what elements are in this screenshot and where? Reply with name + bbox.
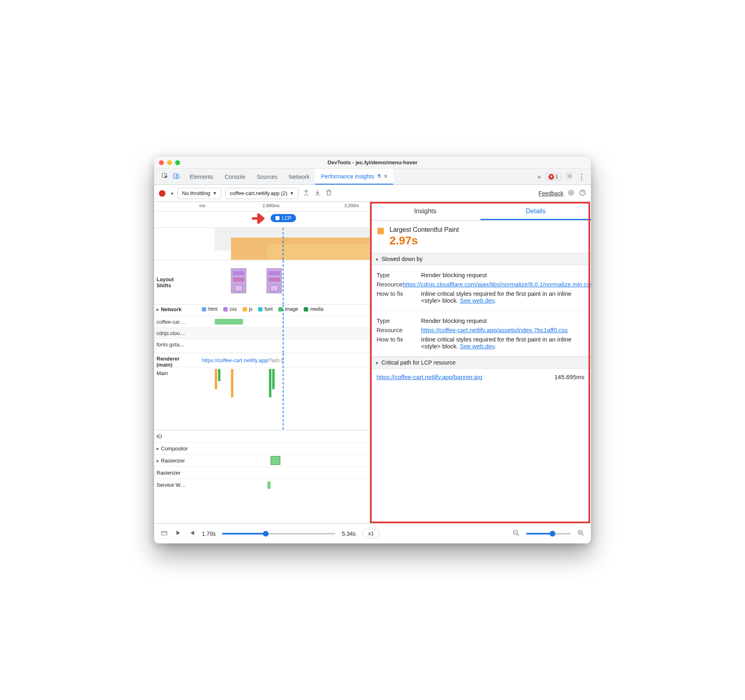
accordion-slowed-down[interactable]: Slowed down by [370, 253, 591, 265]
thread-row-main[interactable]: Main [154, 367, 370, 379]
upload-icon[interactable] [303, 189, 310, 197]
thread-row-compositor[interactable]: Compositor [154, 442, 370, 454]
lcp-pill[interactable]: LCP [271, 214, 296, 222]
network-legend: html css js font image media [202, 306, 324, 312]
layout-shift-thumb[interactable] [231, 268, 246, 293]
toggle-visibility-icon[interactable] [161, 529, 168, 538]
inspect-icon[interactable] [161, 172, 169, 181]
ruler-tick: 2,880ms [262, 203, 279, 208]
download-icon[interactable] [314, 189, 321, 197]
delete-icon[interactable] [325, 189, 332, 197]
recording-select[interactable]: coffee-cart.netlify.app (2)▼ [225, 188, 298, 199]
main-split: ms 2,880ms 3,200m LCP Layout Shifts [154, 202, 591, 523]
legend-media-swatch [304, 307, 308, 312]
panel-tab-strip: Elements Console Sources Network Perform… [154, 169, 591, 185]
tab-network[interactable]: Network [283, 169, 315, 185]
section-label-network: ▸ Network [157, 306, 197, 312]
skip-back-icon[interactable] [188, 529, 195, 538]
renderer-url[interactable]: https://coffee-cart.netlify.app/?ad=1 [202, 357, 284, 363]
time-start: 1.70s [202, 530, 216, 537]
titlebar: DevTools - jec.fyi/demo/menu-hover [154, 157, 591, 169]
tab-elements[interactable]: Elements [184, 169, 219, 185]
device-toggle-icon[interactable] [173, 172, 180, 181]
threads-list: IO Compositor Rasterizer Rasterizer Serv… [154, 430, 370, 491]
stop-icon [275, 216, 279, 220]
resource-link[interactable]: https://cdnjs.cloudflare.com/ajax/libs/n… [402, 281, 591, 288]
play-icon[interactable] [174, 529, 182, 538]
tab-console[interactable]: Console [219, 169, 251, 185]
lcp-marker-row: LCP [154, 212, 370, 228]
arrow-annotation-icon [251, 212, 267, 225]
layout-shift-thumb[interactable] [267, 268, 282, 293]
ruler-tick: ms [199, 203, 205, 208]
details-panel: Insights Details Largest Contentful Pain… [370, 202, 591, 523]
devtools-window: DevTools - jec.fyi/demo/menu-hover Eleme… [154, 157, 591, 543]
thread-row-rasterizer[interactable]: Rasterizer [154, 454, 370, 467]
legend-font-swatch [258, 307, 262, 312]
lcp-time: 2.97s [389, 234, 459, 247]
flame-chart[interactable] [154, 228, 370, 260]
ruler-tick: 3,200m [344, 203, 359, 208]
svg-rect-7 [161, 531, 167, 535]
lcp-color-swatch [377, 228, 384, 234]
panel-settings-icon[interactable] [567, 189, 575, 197]
accordion-critical-path[interactable]: Critical path for LCP resource [370, 356, 591, 369]
critical-path-row: https://coffee-cart.netlify.app/banner.j… [370, 369, 591, 385]
window-title: DevTools - jec.fyi/demo/menu-hover [154, 159, 591, 165]
layout-shifts-section: Layout Shifts [154, 260, 370, 305]
svg-rect-2 [176, 175, 179, 178]
resource-link[interactable]: https://coffee-cart.netlify.app/assets/i… [421, 327, 568, 333]
lcp-header: Largest Contentful Paint 2.97s [370, 221, 591, 253]
see-webdev-link[interactable]: See web.dev [460, 343, 495, 350]
zoom-in-icon[interactable] [577, 529, 584, 538]
tab-details[interactable]: Details [480, 202, 591, 220]
legend-html-swatch [202, 307, 206, 312]
svg-rect-1 [174, 174, 177, 178]
close-tab-icon[interactable]: × [384, 173, 387, 180]
blocking-request-1: TypeRender blocking request Resourcehttp… [370, 265, 591, 311]
renderer-section: Renderer (main) https://coffee-cart.netl… [154, 353, 370, 430]
help-icon[interactable] [579, 189, 586, 197]
zoom-slider[interactable] [526, 533, 571, 535]
time-ruler: ms 2,880ms 3,200m [154, 202, 370, 212]
feedback-link[interactable]: Feedback [539, 190, 563, 197]
more-tabs-icon[interactable] [537, 173, 541, 180]
flask-icon: ⚗ [377, 173, 381, 179]
network-row[interactable]: cdnjs.clou… [154, 327, 370, 339]
thread-row-service-worker[interactable]: Service W… [154, 479, 370, 491]
lcp-resource-time: 145.695ms [555, 373, 584, 380]
tab-performance-insights[interactable]: Performance insights ⚗ × [315, 169, 393, 185]
tab-insights[interactable]: Insights [370, 202, 480, 220]
settings-gear-icon[interactable] [566, 172, 573, 181]
replay-controls: 1.70s 5.34s x1 [154, 523, 591, 543]
throttling-select[interactable]: No throttling▼ [178, 188, 221, 199]
lcp-title: Largest Contentful Paint [389, 226, 459, 233]
network-row[interactable]: fonts.gsta… [154, 339, 370, 350]
svg-point-5 [570, 192, 572, 194]
details-tabs: Insights Details [370, 202, 591, 221]
svg-point-4 [569, 190, 574, 195]
timeline-panel[interactable]: ms 2,880ms 3,200m LCP Layout Shifts [154, 202, 370, 523]
legend-js-swatch [243, 307, 247, 312]
svg-point-3 [569, 175, 571, 177]
insights-toolbar: No throttling▼ coffee-cart.netlify.app (… [154, 185, 591, 202]
time-slider[interactable] [222, 533, 335, 535]
thread-row-io[interactable]: IO [154, 430, 370, 442]
lcp-resource-link[interactable]: https://coffee-cart.netlify.app/banner.j… [377, 373, 482, 380]
speed-pill[interactable]: x1 [362, 529, 380, 538]
time-end: 5.34s [342, 530, 356, 537]
error-count-badge[interactable]: ✕1 [546, 173, 561, 180]
zoom-out-icon[interactable] [512, 529, 520, 538]
section-label-renderer: Renderer (main) [157, 356, 197, 368]
section-label-layout-shifts: Layout Shifts [157, 276, 197, 288]
thread-row-rasterizer-2[interactable]: Rasterizer [154, 467, 370, 479]
record-menu-caret[interactable] [169, 190, 174, 196]
tab-sources[interactable]: Sources [251, 169, 283, 185]
network-row[interactable]: coffee-car… [154, 316, 370, 327]
legend-css-swatch [223, 307, 228, 312]
network-section: ▸ Network html css js font image media c… [154, 305, 370, 353]
legend-image-swatch [278, 307, 283, 312]
record-button[interactable] [159, 190, 165, 197]
see-webdev-link[interactable]: See web.dev [460, 297, 495, 304]
blocking-request-2: TypeRender blocking request Resourcehttp… [370, 311, 591, 356]
